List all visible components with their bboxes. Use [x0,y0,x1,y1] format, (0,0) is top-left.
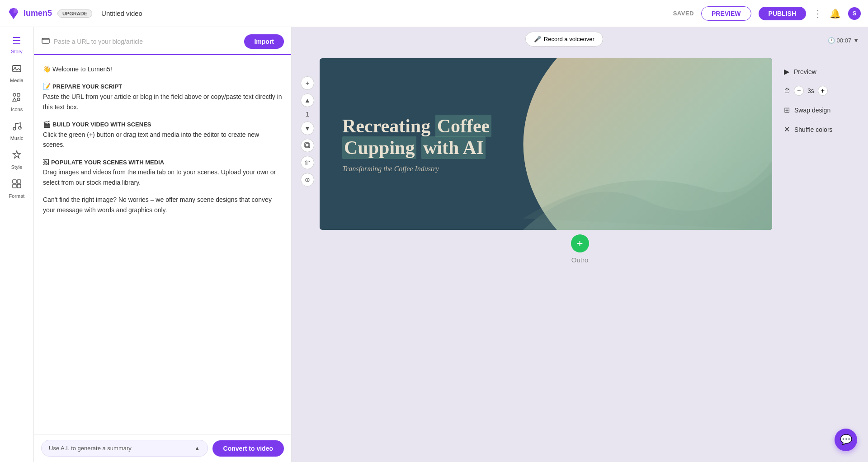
svg-rect-3 [17,93,20,96]
slide-title-highlight1: Coffee [435,115,492,137]
import-button[interactable]: Import [244,34,284,49]
format-icon [12,179,22,191]
sidebar-item-format[interactable]: Format [1,175,33,202]
icons-icon [12,92,22,105]
sidebar-label-music: Music [10,135,24,141]
move-up-button[interactable]: ▲ [301,93,314,107]
sidebar-label-icons: Icons [11,107,23,112]
saved-status: SAVED [673,10,694,17]
logo: lumen5 [7,7,52,20]
timer-sm-icon: ⏱ [784,87,790,94]
sidebar-item-story[interactable]: ☰ Story [1,32,33,58]
svg-point-14 [43,38,44,39]
music-icon [12,121,22,134]
slide-title-part1: Recreating [342,116,430,136]
slide-title: Recreating Coffee Cupping with AI [342,115,491,159]
logo-text: lumen5 [24,9,52,18]
duration-value: 3s [807,87,814,94]
user-icon[interactable]: S [848,7,861,20]
sidebar-label-format: Format [9,193,25,199]
chat-button[interactable]: 💬 [835,429,857,451]
url-input[interactable] [54,38,241,45]
scene-number: 1 [306,111,309,118]
swap-design-label: Swap design [794,107,830,114]
story-icon: ☰ [12,35,21,47]
shuffle-icon: ✕ [784,125,790,134]
swap-design-button[interactable]: ⊞ Swap design [778,101,859,119]
outro-label: Outro [571,256,589,264]
play-icon: ▶ [784,67,789,76]
logo-icon [7,7,20,20]
move-down-button[interactable]: ▼ [301,121,314,135]
header: lumen5 UPGRADE Untitled video SAVED PREV… [0,0,868,27]
welcome-text: 👋 Welcome to Lumen5! [43,64,282,74]
svg-point-2 [13,93,16,96]
svg-rect-0 [13,65,21,72]
style-icon [12,150,22,163]
no-image-text: Can't find the right image? No worries –… [43,195,282,215]
sidebar-label-media: Media [10,78,24,83]
sidebar: ☰ Story Media Icons Music Style [0,27,34,462]
scene-actions: ▶ Preview ⏱ − 3s + ⊞ Swap design ✕ Shuff… [778,58,859,138]
story-footer: Use A.I. to generate a summary ▲ Convert… [34,434,291,462]
duration-decrease-button[interactable]: − [794,86,804,96]
svg-marker-8 [13,151,20,158]
upgrade-button[interactable]: UPGRADE [57,9,92,18]
slide-wave-svg [523,58,772,230]
timer-value: 00:07 [837,37,852,44]
duration-increase-button[interactable]: + [818,86,828,96]
notifications-icon[interactable]: 🔔 [830,8,841,19]
svg-rect-9 [13,180,16,183]
add-scene-top-button[interactable]: + [301,76,314,90]
url-icon [41,36,50,47]
preview-scene-button[interactable]: ▶ Preview [778,63,859,80]
svg-marker-4 [13,98,16,101]
svg-rect-10 [17,180,21,183]
preview-label: Preview [794,68,816,75]
swap-icon: ⊞ [784,106,790,114]
header-right: SAVED PREVIEW PUBLISH ⋮ 🔔 S [673,6,861,21]
add-scene-button[interactable]: + [571,234,589,252]
url-bar: Import [34,27,291,55]
scene-controls-left: + ▲ 1 ▼ 🗑 ⊕ [301,58,314,187]
duplicate-button[interactable] [301,139,314,152]
sidebar-label-story: Story [11,49,23,54]
sidebar-item-music[interactable]: Music [1,117,33,145]
slide-text-area: Recreating Coffee Cupping with AI Transf… [342,115,491,173]
media-icon [12,63,22,76]
populate-media-text: 🖼 POPULATE YOUR SCENES WITH MEDIA Drag i… [43,157,282,188]
voiceover-button[interactable]: 🎤 Record a voiceover [525,32,603,47]
story-panel: Import 👋 Welcome to Lumen5! 📝 PREPARE YO… [34,27,292,462]
ai-summary-button[interactable]: Use A.I. to generate a summary ▲ [41,440,208,457]
publish-button[interactable]: PUBLISH [759,7,806,20]
video-title: Untitled video [101,9,668,17]
shuffle-colors-label: Shuffle colors [794,126,833,133]
chat-icon: 💬 [840,434,852,446]
scene-container: + ▲ 1 ▼ 🗑 ⊕ [292,58,868,230]
preview-button[interactable]: PREVIEW [701,6,751,21]
svg-point-5 [17,98,20,101]
svg-rect-11 [13,184,16,188]
sidebar-item-style[interactable]: Style [1,146,33,173]
sidebar-item-icons[interactable]: Icons [1,89,33,116]
voiceover-label: Record a voiceover [544,36,594,42]
slide-subtitle: Transforming the Coffee Industry [342,165,491,173]
clock-icon: 🕐 [828,37,835,44]
story-content: 👋 Welcome to Lumen5! 📝 PREPARE YOUR SCRI… [34,55,291,434]
slide-canvas[interactable]: Recreating Coffee Cupping with AI Transf… [320,58,772,230]
timer-chevron: ▼ [853,37,859,44]
add-overlay-button[interactable]: ⊕ [301,173,314,187]
timer[interactable]: 🕐 00:07 ▼ [828,37,859,44]
slide-title-highlight2: Cupping [342,136,416,159]
delete-button[interactable]: 🗑 [301,156,314,169]
sidebar-label-style: Style [11,164,22,170]
svg-rect-12 [17,184,21,188]
microphone-icon: 🎤 [534,36,541,42]
sidebar-item-media[interactable]: Media [1,60,33,87]
canvas-top-bar: 🎤 Record a voiceover 🕐 00:07 ▼ [292,27,868,54]
more-options-icon[interactable]: ⋮ [813,8,822,19]
chevron-up-icon: ▲ [194,445,200,452]
shuffle-colors-button[interactable]: ✕ Shuffle colors [778,121,859,138]
convert-to-video-button[interactable]: Convert to video [212,440,284,457]
ai-summary-label: Use A.I. to generate a summary [49,445,132,452]
